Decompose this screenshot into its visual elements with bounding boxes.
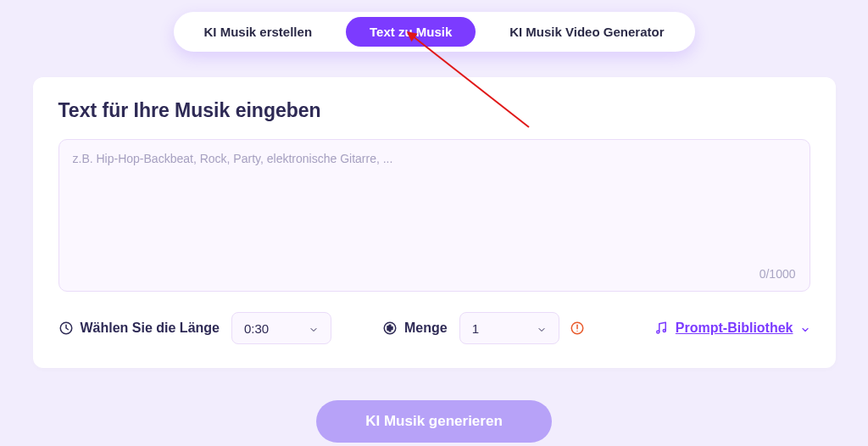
input-card: Text für Ihre Musik eingeben 0/1000 Wähl… xyxy=(33,77,836,368)
length-label: Wählen Sie die Länge xyxy=(58,321,220,336)
prompt-library-label: Prompt-Bibliothek xyxy=(676,321,793,336)
svg-rect-3 xyxy=(389,325,391,332)
prompt-library-link[interactable]: Prompt-Bibliothek xyxy=(654,321,810,336)
card-title: Text für Ihre Musik eingeben xyxy=(58,99,810,122)
length-value: 0:30 xyxy=(244,321,269,336)
generate-button[interactable]: KI Musik generieren xyxy=(316,400,552,443)
svg-rect-2 xyxy=(387,326,389,331)
tab-create-music[interactable]: KI Musik erstellen xyxy=(181,17,337,47)
info-warning-icon[interactable] xyxy=(570,321,585,336)
svg-point-9 xyxy=(663,330,665,332)
music-note-icon xyxy=(654,321,669,336)
stack-icon xyxy=(382,321,398,336)
svg-point-7 xyxy=(576,331,577,332)
tab-text-to-music[interactable]: Text zu Musik xyxy=(346,17,476,47)
tab-video-generator[interactable]: KI Musik Video Generator xyxy=(486,17,687,47)
chevron-down-icon xyxy=(309,323,319,333)
amount-select[interactable]: 1 xyxy=(459,312,559,344)
svg-rect-4 xyxy=(391,327,392,330)
amount-label: Menge xyxy=(382,321,448,336)
amount-value: 1 xyxy=(472,321,479,336)
chevron-down-icon xyxy=(800,323,810,333)
length-label-text: Wählen Sie die Länge xyxy=(81,321,220,336)
controls-row: Wählen Sie die Länge 0:30 Menge 1 xyxy=(58,312,810,344)
char-count: 0/1000 xyxy=(73,267,796,281)
chevron-down-icon xyxy=(537,323,547,333)
length-select[interactable]: 0:30 xyxy=(231,312,331,344)
amount-label-text: Menge xyxy=(404,321,448,336)
svg-point-8 xyxy=(657,331,659,333)
prompt-textarea-wrap: 0/1000 xyxy=(58,139,810,292)
prompt-textarea[interactable] xyxy=(73,152,796,260)
mode-tab-bar: KI Musik erstellen Text zu Musik KI Musi… xyxy=(174,12,695,52)
clock-icon xyxy=(58,321,74,336)
